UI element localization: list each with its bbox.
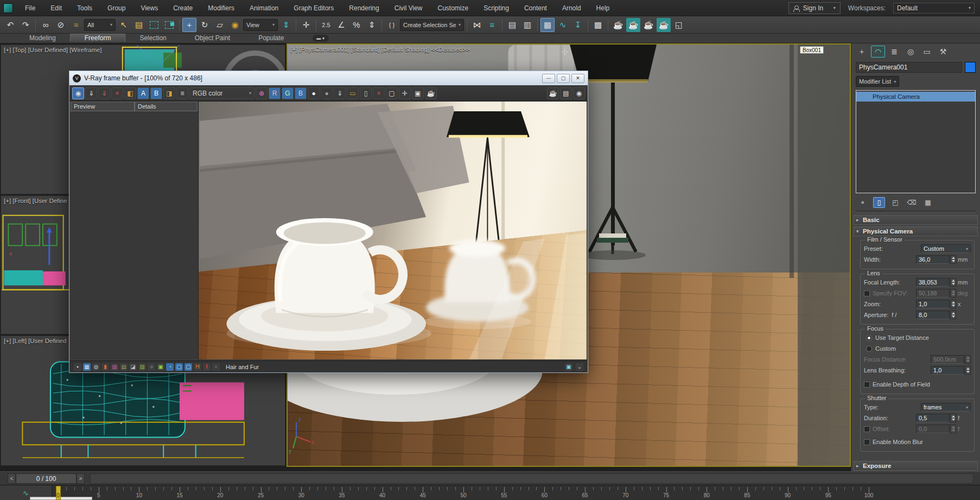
viewport-layouts-icon[interactable]: ◱ [672, 18, 686, 32]
viewport-label[interactable]: [+] [PhysCamera001] [Standard] [Default … [290, 46, 470, 53]
focal-length-spinner[interactable] [950, 278, 956, 287]
tab-object-paint[interactable]: Object Paint [181, 34, 244, 42]
menu-tools[interactable]: Tools [69, 4, 100, 12]
history-column-preview[interactable]: Preview [71, 102, 135, 111]
collapse-icon[interactable]: ⌄ [576, 363, 583, 371]
redo-icon[interactable]: ↷ [18, 18, 33, 32]
bind-to-spacewarp-icon[interactable]: ≈ [69, 18, 83, 32]
previous-frame-button[interactable]: < [8, 473, 16, 484]
sign-in-button[interactable]: Sign In ▾ [788, 2, 841, 14]
track-bar-strip[interactable] [90, 473, 973, 484]
specify-fov-checkbox[interactable] [864, 290, 870, 296]
compare-image-icon[interactable]: ◨ [163, 87, 175, 99]
enable-motion-blur-checkbox[interactable] [864, 439, 870, 445]
select-move-icon[interactable]: + [182, 18, 196, 32]
ribbon-minimize-button[interactable]: ▬▾ [313, 35, 329, 42]
object-name-field[interactable] [856, 62, 962, 73]
menu-scripting[interactable]: Scripting [476, 4, 517, 12]
rectangular-selection-icon[interactable] [147, 18, 161, 32]
menu-rendering[interactable]: Rendering [341, 4, 386, 12]
rendered-frame-window-icon[interactable]: ☕ [626, 18, 640, 32]
set-a-icon[interactable]: A [137, 87, 149, 99]
tab-motion[interactable]: ◎ [903, 46, 918, 58]
percent-snap-icon[interactable]: % [349, 18, 364, 32]
channels-icon[interactable]: ⊛ [256, 87, 268, 99]
red-channel-icon[interactable]: R [269, 87, 281, 99]
info-icon[interactable]: ▫ [212, 363, 220, 371]
aperture-spinner[interactable] [950, 311, 956, 319]
width-field[interactable]: 36,0 [916, 255, 950, 264]
vfb-render-image[interactable] [199, 102, 587, 359]
vfb-power-icon[interactable]: ◉ [72, 87, 84, 99]
scene-explorer-icon[interactable]: ▥ [520, 18, 534, 32]
vfb-title-bar[interactable]: V V-Ray frame buffer - [100% of 720 x 48… [69, 71, 588, 85]
save-image-icon[interactable]: ⇓ [85, 87, 97, 99]
offset-checkbox[interactable] [864, 426, 870, 432]
color-balance-icon[interactable]: ◪ [129, 363, 137, 371]
select-by-name-icon[interactable]: ▤ [132, 18, 146, 32]
white-balance-cc-icon[interactable]: ▨ [111, 363, 118, 371]
render-last-icon[interactable]: ☕ [547, 87, 559, 99]
next-frame-button[interactable]: > [77, 473, 85, 484]
angle-snap-icon[interactable]: ∠ [334, 18, 348, 32]
viewport-label[interactable]: [+] [Top] [User Defined] [Wireframe] [4, 47, 102, 53]
menu-arnold[interactable]: Arnold [555, 4, 589, 12]
menu-animation[interactable]: Animation [242, 4, 286, 12]
zoom-spinner[interactable] [950, 300, 956, 308]
green-channel-icon[interactable]: G [282, 87, 294, 99]
spinner-snap-icon[interactable]: ⇕ [365, 18, 379, 32]
menu-graph-editors[interactable]: Graph Editors [286, 4, 341, 12]
make-unique-icon[interactable]: ◰ [889, 197, 901, 208]
named-selection-sets-icon[interactable]: { } [385, 18, 399, 32]
select-place-icon[interactable]: ◉ [228, 18, 242, 32]
fov-spinner[interactable] [950, 289, 956, 298]
offset-field[interactable]: 0,0 [916, 425, 950, 433]
layer-explorer-icon[interactable]: ▤ [505, 18, 519, 32]
clear-image-icon[interactable]: × [111, 87, 123, 99]
undo-icon[interactable]: ↶ [3, 18, 17, 32]
time-ruler[interactable]: ∿ 05101520253035404550556065707580859095… [0, 485, 980, 500]
named-sets-dropdown[interactable]: Create Selection Se▾ [400, 19, 464, 31]
set-b-icon[interactable]: B [150, 87, 162, 99]
menu-create[interactable]: Create [166, 4, 200, 12]
minimize-button[interactable]: — [542, 74, 555, 83]
mirror-icon[interactable]: ⋈ [470, 18, 484, 32]
selection-filter-dropdown[interactable]: All▾ [84, 19, 116, 31]
modifier-stack[interactable]: Physical Camera [856, 90, 976, 193]
lut-icon[interactable]: ◔ [166, 363, 174, 371]
dock-icon[interactable]: ▣ [565, 363, 572, 371]
app-logo-icon[interactable] [3, 3, 13, 13]
render-production-icon[interactable]: ☕ [641, 18, 656, 32]
background-icon[interactable]: ▣ [157, 363, 164, 371]
gray-balance-icon[interactable]: ● [321, 87, 333, 99]
maximize-button[interactable]: ▢ [557, 74, 570, 83]
stereo-icon[interactable]: ◍ [92, 363, 100, 371]
tab-display[interactable]: ▭ [920, 46, 934, 58]
srgb-icon[interactable]: H [194, 363, 201, 371]
compare-ab-icon[interactable]: ◧ [124, 87, 136, 99]
blue-channel-icon[interactable]: B [295, 87, 307, 99]
tab-populate[interactable]: Populate [244, 34, 298, 42]
tab-modify[interactable]: ◠ [871, 46, 885, 58]
vfb-menu-icon[interactable]: ≡ [176, 87, 188, 99]
ocio-icon[interactable]: ▢ [175, 363, 183, 371]
remove-modifier-icon[interactable]: ⌫ [906, 197, 918, 208]
tab-modeling[interactable]: Modeling [15, 34, 70, 42]
schematic-view-icon[interactable]: ∿ [556, 18, 570, 32]
menu-help[interactable]: Help [589, 4, 618, 12]
show-end-result-icon[interactable]: ▯ [873, 197, 885, 208]
white-balance-icon[interactable]: ● [308, 87, 320, 99]
tab-utilities[interactable]: ⚒ [936, 46, 950, 58]
object-color-swatch[interactable] [965, 62, 976, 73]
save-all-channels-icon[interactable]: ⇓ [98, 87, 110, 99]
menu-edit[interactable]: Edit [43, 4, 69, 12]
aperture-field[interactable]: 8,0 [916, 311, 950, 319]
exposure-icon[interactable]: ▮ [101, 363, 109, 371]
offset-spinner[interactable] [950, 425, 956, 433]
ipr-icon[interactable]: ☕ [425, 87, 437, 99]
vfb-history-panel[interactable]: Preview Details [71, 102, 199, 359]
pause-icon[interactable]: ‖ [203, 363, 211, 371]
tab-create[interactable]: + [855, 46, 869, 58]
icc-icon[interactable]: ▢ [184, 363, 192, 371]
curve-icon[interactable]: ○ [148, 363, 155, 371]
